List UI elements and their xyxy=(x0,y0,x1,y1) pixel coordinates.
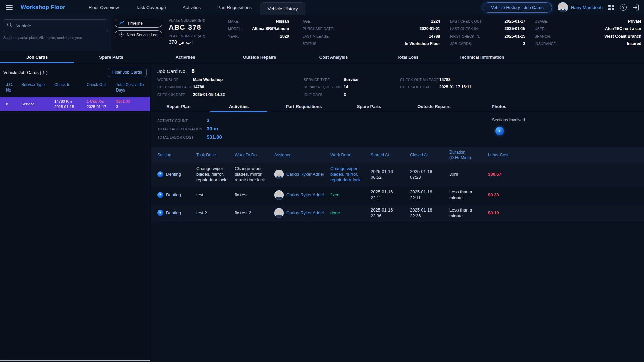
field-check-in-date: CHECK-IN DATE2025-01-15 14:22 xyxy=(157,92,225,97)
work-to-do-cell: fix test xyxy=(235,189,274,201)
job-card-detail-panel: Job Card No. 8 WORKSHOPMain Workshop CHE… xyxy=(151,64,644,362)
summary-total-labor-duration: TOTAL LABOR DURATION30 m xyxy=(157,126,637,131)
nav-item-activities[interactable]: Activities xyxy=(174,0,209,15)
nav-item-vehicle-history[interactable]: Vehicle History xyxy=(260,2,305,15)
plate-number-ar: 378 ا ب ص xyxy=(169,39,205,45)
section-denting-icon[interactable]: ✦ xyxy=(495,127,504,135)
info-row-job-cards: JOB CARDS:2 xyxy=(450,41,525,46)
user-name: Hany Mamdouh xyxy=(571,5,603,10)
tab-repair-plan[interactable]: Repair Plan xyxy=(151,101,206,112)
job-card-fields: WORKSHOPMain Workshop CHECK-IN MILEAGE14… xyxy=(151,77,644,98)
sections-involved-label: Sections Involved xyxy=(492,118,525,122)
col-service-type: Service Type xyxy=(21,82,54,88)
section-icon: ✦ xyxy=(157,171,163,177)
tab-technical-information[interactable]: Technical Information xyxy=(445,51,519,63)
menu-icon[interactable] xyxy=(4,0,15,15)
help-icon[interactable]: ? xyxy=(620,4,627,11)
tab-spare-parts[interactable]: Spare Parts xyxy=(74,51,148,63)
next-service-log-button[interactable]: Next Service Log xyxy=(115,30,162,39)
activities-table-header: Section Task Desc Work To Do Assignee Wo… xyxy=(151,147,644,163)
col-started-at: Started At xyxy=(371,152,410,158)
total-cost-cell: $261.00 3 xyxy=(116,99,148,109)
tab-total-loss[interactable]: Total Loss xyxy=(371,51,445,63)
col-task-desc: Task Desc xyxy=(196,152,235,158)
logout-icon[interactable] xyxy=(632,4,639,11)
check-out-cell: 14788 Km 2025-01-17 xyxy=(87,99,116,109)
nav-item-floor-overview[interactable]: Floor Overview xyxy=(80,0,127,15)
task-desc-cell: test 2 xyxy=(196,207,235,219)
closed-at-cell: 2025-01-1607:23 xyxy=(410,166,449,183)
field-check-out-date: CHECK-OUT DATE2025-01-17 16:11 xyxy=(400,85,471,89)
service-type-cell: Service xyxy=(21,101,54,107)
assignee-avatar xyxy=(274,170,284,179)
section-cell: ✦ Denting xyxy=(157,168,196,180)
info-row-age: AGE:2224 xyxy=(303,19,440,24)
activity-row: ✦ Denting Change wiper blades, mirror, r… xyxy=(151,163,644,186)
tab-cost-analysis[interactable]: Cost Analysis xyxy=(297,51,371,63)
job-card-detail-header: Job Card No. 8 xyxy=(151,64,644,74)
field-repair-request-no: REPAIR REQUEST NO.14 xyxy=(304,85,358,89)
info-row-insurance: INSURANCE:Insured xyxy=(535,41,641,46)
closed-at-cell: 2025-01-1622:36 xyxy=(410,204,449,222)
plate-number-en: ABC 378 xyxy=(169,23,205,32)
next-service-icon xyxy=(119,32,124,38)
labor-cost-cell: $30.67 xyxy=(488,168,640,180)
app-title: Workshop Floor xyxy=(21,0,65,15)
tab-outside-repairs[interactable]: Outside Repairs xyxy=(222,51,297,63)
col-assignee: Assignee xyxy=(274,152,330,158)
apps-grid-icon[interactable] xyxy=(608,5,614,10)
info-row-usage: USAGE:Private xyxy=(535,19,641,24)
vehicle-checks: LAST CHECK-OUT:2025-01-17 LAST CHECK-IN:… xyxy=(450,19,525,46)
filter-job-cards-button[interactable]: Filter Job Cards xyxy=(108,68,147,77)
tab-activities[interactable]: Activities xyxy=(148,51,222,63)
col-check-out: Check-Out xyxy=(87,82,116,88)
vehicle-stats: AGE:2224 PURCHASE DATE:2020-01-01 LAST M… xyxy=(303,19,440,46)
started-at-cell: 2025-01-1622:11 xyxy=(371,186,410,203)
vehicle-specs: MAKE:Nissan MODEL:Altima SR/Platinum YEA… xyxy=(228,19,289,39)
primary-nav: Floor Overview Task Coverage Activities … xyxy=(80,0,305,15)
summary-total-labor-cost: TOTAL LABOR COST$31.00 xyxy=(157,134,637,140)
duration-cell: Less than a minute xyxy=(449,204,488,222)
activities-summary: ACTIVITY COUNT3 TOTAL LABOR DURATION30 m… xyxy=(151,112,644,146)
summary-activity-count: ACTIVITY COUNT3 xyxy=(157,117,637,123)
search-input[interactable] xyxy=(16,23,104,29)
info-row-status: STATUS:In Workshop Floor xyxy=(303,41,440,46)
timeline-button[interactable]: Timeline xyxy=(115,19,162,28)
task-desc-cell: test xyxy=(196,189,235,201)
info-row-branch: BRANCH:West Coast Branch xyxy=(535,34,641,39)
col-labor-cost: Labor Cost xyxy=(488,152,640,158)
info-row-year: YEAR:2020 xyxy=(228,34,289,39)
tab-part-requisitions[interactable]: Part Requisitions xyxy=(271,101,336,112)
tab-job-cards[interactable]: Job Cards xyxy=(0,51,74,63)
labor-cost-cell: $0.10 xyxy=(488,207,640,219)
job-card-title: Job Card No. xyxy=(157,68,187,74)
tab-jc-outside-repairs[interactable]: Outside Repairs xyxy=(401,101,467,112)
work-to-do-cell: fix test 2 xyxy=(235,207,274,219)
horizontal-scrollbar[interactable] xyxy=(0,360,150,361)
info-row-last-mileage: LAST MILEAGE:14788 xyxy=(303,34,440,39)
labor-cost-cell: $0.23 xyxy=(488,189,640,201)
job-cards-panel: Vehicle Job Cards ( 1 ) Filter Job Cards… xyxy=(0,64,150,362)
check-in-cell: 14780 Km 2025-01-15 xyxy=(54,99,87,109)
started-at-cell: 2025-01-1622:36 xyxy=(371,204,410,222)
field-workshop: WORKSHOPMain Workshop xyxy=(157,77,225,82)
vehicle-header-band: Supports partial plate, VIN, make, model… xyxy=(0,15,644,51)
tab-jc-spare-parts[interactable]: Spare Parts xyxy=(336,101,401,112)
plate-block: PLATE NUMBER (EN) ABC 378 PLATE NUMBER (… xyxy=(169,18,205,45)
user-menu[interactable]: Hany Mamdouh xyxy=(558,2,603,12)
job-card-number: 8 xyxy=(191,68,194,74)
work-to-do-cell: Change wiper blades, mirror, repair door… xyxy=(235,163,274,186)
field-check-in-mileage: CHECK-IN MILEAGE14780 xyxy=(157,85,225,89)
job-cards-table-header: J.C. No Service Type Check-In Check-Out … xyxy=(0,81,150,97)
duration-cell: Less than a minute xyxy=(449,186,488,203)
tab-jc-activities[interactable]: Activities xyxy=(206,101,271,112)
context-badge[interactable]: Vehicle History - Job Cards xyxy=(483,2,552,13)
nav-item-task-coverage[interactable]: Task Coverage xyxy=(127,0,174,15)
section-icon: ✦ xyxy=(157,192,163,198)
field-idle-days: IDLE DAYS3 xyxy=(304,92,358,97)
job-card-row[interactable]: 8 Service 14780 Km 2025-01-15 14788 Km 2… xyxy=(0,97,150,111)
topnav-right: Vehicle History - Job Cards Hany Mamdouh… xyxy=(483,0,639,15)
nav-item-part-requisitions[interactable]: Part Requisitions xyxy=(209,0,260,15)
tab-photos[interactable]: Photos xyxy=(467,101,532,112)
work-done-cell: done xyxy=(330,207,371,219)
